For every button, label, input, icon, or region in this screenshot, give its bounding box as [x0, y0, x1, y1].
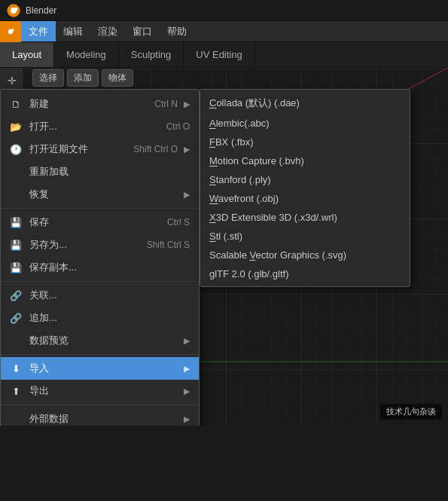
menu-export[interactable]: ⬆ 导出 ▶: [1, 380, 199, 402]
menu-save[interactable]: 💾 保存 Ctrl S: [1, 211, 199, 234]
tab-bar: Layout Modeling Sculpting UV Editing: [0, 42, 448, 68]
import-wavefront[interactable]: Wavefront (.obj): [200, 189, 410, 208]
menu-revert-label: 重新加载: [29, 165, 190, 179]
menu-open-recent[interactable]: 🕐 打开近期文件 Shift Ctrl O ▶: [1, 138, 199, 160]
menu-open-recent-shortcut: Shift Ctrl O: [133, 144, 178, 154]
link-icon: 🔗: [8, 288, 23, 303]
import-motion-capture[interactable]: Motion Capture (.bvh): [200, 151, 410, 170]
file-dropdown: 🗋 新建 Ctrl N ▶ 📂 打开... Ctrl O 🕐 打开近期文件 Sh…: [0, 89, 200, 426]
menu-save-as-label: 另存为...: [29, 238, 141, 252]
title-bar: Blender: [0, 0, 448, 21]
import-submenu: Collada (默认) (.dae) Alembic(.abc) FBX (.…: [200, 89, 410, 287]
save-as-icon: 💾: [8, 237, 23, 252]
menu-link[interactable]: 🔗 关联...: [1, 284, 199, 307]
import-x3d-label: X3D Extensible 3D (.x3d/.wrl): [209, 212, 337, 223]
sep4: [1, 405, 199, 405]
svg-point-2: [14, 7, 17, 10]
menu-new-label: 新建: [29, 97, 148, 111]
menu-link-label: 关联...: [29, 289, 190, 302]
tab-uv-editing[interactable]: UV Editing: [184, 42, 254, 67]
window-title: Blender: [26, 5, 56, 16]
menu-revert[interactable]: 重新加载: [1, 160, 199, 183]
menu-open-recent-arrow: ▶: [184, 145, 190, 154]
import-icon: ⬇: [8, 361, 23, 376]
menu-bar: 文件 编辑 渲染 窗口 帮助: [0, 21, 448, 42]
menu-open-label: 打开...: [29, 120, 160, 133]
menu-open-recent-label: 打开近期文件: [29, 142, 127, 156]
import-gltf[interactable]: glTF 2.0 (.glb/.gltf): [200, 264, 410, 283]
import-fbx-label: FBX (.fbx): [209, 136, 254, 148]
menu-data-preview[interactable]: 数据预览 ▶: [1, 329, 199, 352]
menu-new[interactable]: 🗋 新建 Ctrl N ▶: [1, 93, 199, 115]
import-gltf-label: glTF 2.0 (.glb/.gltf): [209, 268, 288, 280]
sep2: [1, 281, 199, 282]
recover-icon: [8, 187, 23, 202]
append-icon: 🔗: [8, 310, 23, 325]
menu-item-file[interactable]: 文件: [21, 21, 56, 41]
menu-save-as[interactable]: 💾 另存为... Shift Ctrl S: [1, 234, 199, 256]
menu-export-arrow: ▶: [184, 386, 190, 396]
menu-new-arrow: ▶: [184, 99, 190, 109]
menu-append-label: 追加...: [29, 311, 190, 325]
menu-import[interactable]: ⬇ 导入 ▶: [1, 357, 199, 380]
import-collada-label: Collada (默认) (.dae): [209, 96, 300, 110]
sep3: [1, 354, 199, 355]
menu-save-as-shortcut: Shift Ctrl S: [147, 240, 190, 250]
menu-recover-arrow: ▶: [184, 190, 190, 200]
import-svg-label: Scalable Vector Graphics (.svg): [209, 249, 346, 261]
menu-data-preview-label: 数据预览: [29, 334, 178, 347]
open-icon: 📂: [8, 119, 23, 134]
sep1: [1, 208, 199, 209]
menu-recover-label: 恢复: [29, 188, 178, 201]
import-x3d[interactable]: X3D Extensible 3D (.x3d/.wrl): [200, 208, 410, 227]
menu-export-label: 导出: [29, 384, 178, 398]
import-collada[interactable]: Collada (默认) (.dae): [200, 93, 410, 114]
save-copy-icon: 💾: [8, 260, 23, 275]
export-icon: ⬆: [8, 383, 23, 399]
menu-item-edit[interactable]: 编辑: [56, 21, 90, 41]
menu-recover[interactable]: 恢复 ▶: [1, 183, 199, 206]
import-stanford-label: Stanford (.ply): [209, 174, 271, 185]
watermark-text: 技术几句杂谈: [386, 407, 436, 416]
import-stanford[interactable]: Stanford (.ply): [200, 170, 410, 189]
menu-open-shortcut: Ctrl O: [166, 121, 190, 132]
menu-external-data-label: 外部数据: [29, 412, 178, 426]
tab-sculpting[interactable]: Sculpting: [119, 42, 184, 67]
menu-external-data[interactable]: 外部数据 ▶: [1, 408, 199, 426]
import-motion-capture-label: Motion Capture (.bvh): [209, 155, 304, 166]
toolbar-object-btn[interactable]: 物体: [102, 69, 133, 87]
viewport: ✛ ↔ ◻ ⊕ ✏ 📐 🗋 新建 Ctrl N ▶ 📂 打开... Ctrl O…: [0, 68, 448, 426]
tab-modeling[interactable]: Modeling: [54, 42, 119, 67]
menu-item-help[interactable]: 帮助: [160, 21, 194, 41]
menu-item-window[interactable]: 窗口: [125, 21, 160, 41]
import-stl[interactable]: Stl (.stl): [200, 227, 410, 246]
sidebar-cursor-icon[interactable]: ✛: [2, 71, 22, 90]
import-fbx[interactable]: FBX (.fbx): [200, 133, 410, 151]
menu-save-copy-label: 保存副本...: [29, 261, 190, 274]
toolbar-add-btn[interactable]: 添加: [67, 69, 99, 87]
revert-icon: [8, 164, 23, 179]
tab-layout[interactable]: Layout: [0, 42, 54, 67]
menu-open[interactable]: 📂 打开... Ctrl O: [1, 115, 199, 138]
watermark: 技术几句杂谈: [380, 404, 442, 420]
import-svg[interactable]: Scalable Vector Graphics (.svg): [200, 246, 410, 264]
menu-data-preview-arrow: ▶: [184, 336, 190, 346]
menu-append[interactable]: 🔗 追加...: [1, 307, 199, 329]
import-alembic-label: Alembic(.abc): [209, 118, 269, 129]
svg-point-5: [11, 29, 14, 31]
import-stl-label: Stl (.stl): [209, 231, 242, 242]
menu-import-arrow: ▶: [184, 364, 190, 374]
menu-item-render[interactable]: 渲染: [90, 21, 125, 41]
import-alembic[interactable]: Alembic(.abc): [200, 114, 410, 133]
blender-menu-icon[interactable]: [0, 21, 21, 42]
import-wavefront-label: Wavefront (.obj): [209, 193, 279, 204]
menu-new-shortcut: Ctrl N: [154, 99, 178, 109]
external-data-icon: [8, 411, 23, 426]
menu-save-copy[interactable]: 💾 保存副本...: [1, 256, 199, 279]
menu-external-data-arrow: ▶: [184, 414, 190, 424]
toolbar-strip: 选择 添加 物体: [26, 68, 139, 89]
menu-save-label: 保存: [29, 215, 161, 229]
menu-bar-left: 文件 编辑 渲染 窗口 帮助: [0, 21, 194, 41]
toolbar-select-btn[interactable]: 选择: [32, 69, 64, 87]
menu-import-label: 导入: [29, 362, 178, 375]
